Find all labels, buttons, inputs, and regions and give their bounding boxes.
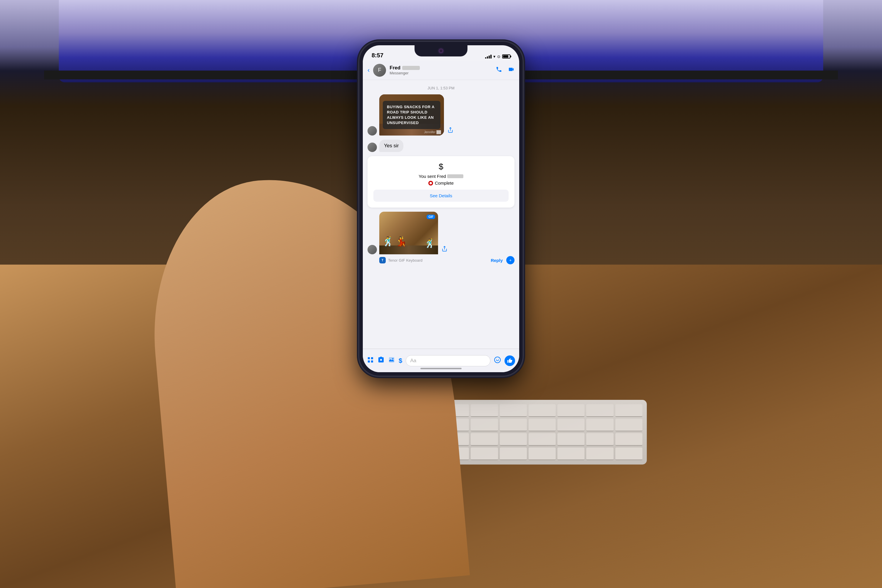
apps-grid-button[interactable] xyxy=(367,356,374,365)
figure-1: 🕺 xyxy=(382,236,394,247)
figure-3: 🕺 xyxy=(424,238,435,248)
keyboard-key xyxy=(615,418,642,431)
reply-button[interactable]: Reply xyxy=(490,258,503,263)
tenor-attribution-bar: T Tenor GIF Keyboard Reply + xyxy=(368,256,514,264)
wifi-symbol: ⊙ xyxy=(497,54,500,59)
keyboard-key xyxy=(529,404,556,417)
payment-dollar-sign: $ xyxy=(374,162,508,171)
svg-rect-2 xyxy=(368,360,370,363)
share-gif-button[interactable] xyxy=(446,126,454,135)
keyboard-key xyxy=(471,447,498,460)
see-details-button[interactable]: See Details xyxy=(374,190,508,202)
keyboard-key xyxy=(529,447,556,460)
keyboard-key xyxy=(500,447,527,460)
contact-avatar: F xyxy=(373,64,386,77)
photos-button[interactable] xyxy=(388,356,395,365)
keyboard-key xyxy=(615,404,642,417)
keyboard-key xyxy=(471,418,498,431)
contact-info: Fred Messenger xyxy=(390,65,492,75)
video-button[interactable] xyxy=(508,66,514,74)
svg-rect-4 xyxy=(389,357,394,363)
keyboard-key xyxy=(557,433,585,446)
signal-bar-4 xyxy=(490,55,492,58)
message-input[interactable]: Aa xyxy=(406,355,490,366)
like-button[interactable] xyxy=(504,356,515,366)
signal-bars xyxy=(485,54,492,58)
gif-badge: GIF xyxy=(427,214,435,219)
keyboard-key xyxy=(529,418,556,431)
keyboard-key xyxy=(500,418,527,431)
payment-description: You sent Fred xyxy=(374,174,508,179)
keyboard-key xyxy=(586,418,613,431)
share-dance-gif-button[interactable] xyxy=(440,244,448,254)
messages-area: JUN 1, 1:53 PM BUYING SNACKS FOR A ROAD … xyxy=(363,80,519,349)
keyboard-key xyxy=(615,447,642,460)
svg-point-7 xyxy=(496,359,497,360)
phone-wrapper: 8:57 ▾ ⊙ ‹ xyxy=(358,41,524,376)
signal-bar-1 xyxy=(485,57,486,58)
message-gif-received: BUYING SNACKS FOR A ROAD TRIP SHOULD ALW… xyxy=(368,94,514,135)
phone-button[interactable] xyxy=(496,66,502,74)
status-indicator xyxy=(428,181,433,186)
signal-bar-3 xyxy=(489,56,490,58)
payment-card: $ You sent Fred Complete See Details xyxy=(368,156,514,208)
nav-actions xyxy=(496,66,514,74)
contact-name-text: Fred xyxy=(390,65,400,71)
message-input-placeholder: Aa xyxy=(410,358,416,364)
payment-desc-prefix: You sent Fred xyxy=(418,174,446,179)
contact-name-blurred xyxy=(402,66,420,70)
svg-point-8 xyxy=(498,359,499,360)
svg-rect-1 xyxy=(371,357,373,359)
keyboard-key xyxy=(615,433,642,446)
svg-rect-0 xyxy=(368,357,370,359)
sender-avatar-gif xyxy=(368,126,377,135)
keyboard-key xyxy=(500,404,527,417)
tenor-text: Tenor GIF Keyboard xyxy=(388,258,423,262)
emoji-button[interactable] xyxy=(494,356,501,365)
keyboard-key xyxy=(471,404,498,417)
battery-fill xyxy=(503,55,508,58)
sender-avatar-yessir xyxy=(368,142,377,152)
status-icons: ▾ ⊙ xyxy=(485,54,510,59)
keyboard-key xyxy=(557,418,585,431)
keyboard-key xyxy=(471,433,498,446)
contact-name: Fred xyxy=(390,65,492,71)
svg-rect-3 xyxy=(371,360,373,363)
keyboard-key xyxy=(586,433,613,446)
contact-subtitle: Messenger xyxy=(390,71,492,75)
gif-image: BUYING SNACKS FOR A ROAD TRIP SHOULD ALW… xyxy=(379,94,444,135)
gif-text-overlay: BUYING SNACKS FOR A ROAD TRIP SHOULD ALW… xyxy=(383,101,440,129)
phone-body: 8:57 ▾ ⊙ ‹ xyxy=(358,41,524,376)
nav-bar: ‹ F Fred Messenger xyxy=(363,61,519,80)
payment-name-blurred xyxy=(447,174,464,178)
keyboard-key xyxy=(529,433,556,446)
keyboard-key xyxy=(500,433,527,446)
svg-point-5 xyxy=(392,358,393,359)
gif-dancing-row: 🕺 💃 🕺 GIF xyxy=(368,212,514,254)
battery-icon xyxy=(502,54,510,58)
payment-status: Complete xyxy=(374,180,508,186)
yes-sir-bubble: Yes sir xyxy=(379,140,404,152)
dancing-gif: 🕺 💃 🕺 GIF xyxy=(379,212,438,254)
status-time: 8:57 xyxy=(372,52,383,59)
status-dot-inner xyxy=(429,182,432,184)
phone-notch xyxy=(414,45,468,57)
camera-button[interactable] xyxy=(378,356,384,365)
avatar-placeholder: F xyxy=(378,67,381,73)
figure-2: 💃 xyxy=(395,236,407,247)
tenor-logo: T xyxy=(379,257,386,263)
keyboard-key xyxy=(557,404,585,417)
date-separator: JUN 1, 1:53 PM xyxy=(368,86,514,90)
sender-avatar-dance xyxy=(368,245,377,254)
phone-screen: 8:57 ▾ ⊙ ‹ xyxy=(363,45,519,372)
signal-bar-2 xyxy=(487,57,488,58)
keyboard-key xyxy=(586,447,613,460)
wifi-icon: ▾ xyxy=(494,54,495,59)
back-button[interactable]: ‹ xyxy=(368,66,369,74)
payment-button[interactable]: $ xyxy=(399,357,402,364)
reaction-button[interactable]: + xyxy=(506,256,514,264)
status-text: Complete xyxy=(435,180,454,186)
front-camera xyxy=(439,49,443,53)
home-indicator xyxy=(420,368,462,369)
svg-point-6 xyxy=(495,357,500,363)
